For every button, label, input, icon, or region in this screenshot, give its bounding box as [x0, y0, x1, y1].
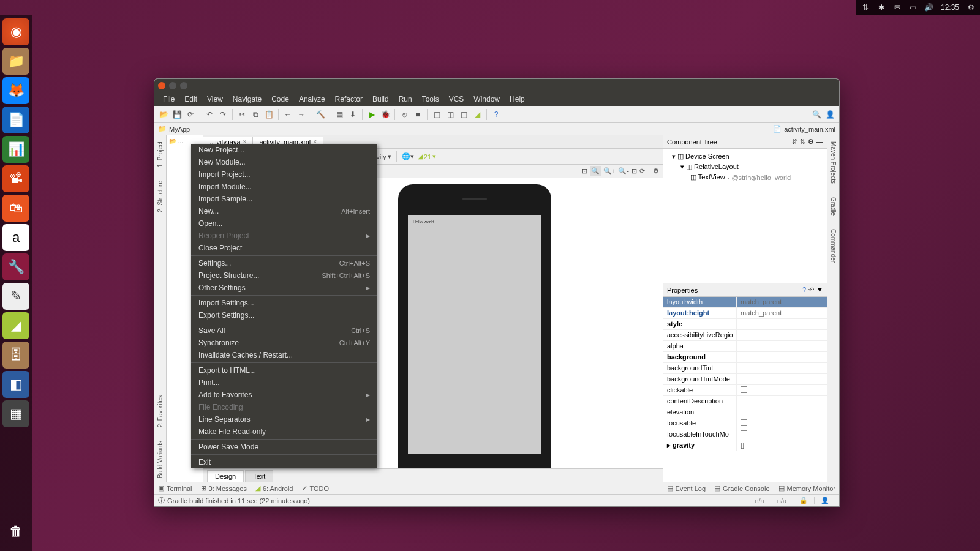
debug-icon[interactable]: 🐞: [380, 109, 391, 120]
property-row[interactable]: accessibilityLiveRegio: [663, 330, 827, 341]
launcher-firefox[interactable]: 🦊: [2, 77, 29, 104]
menu-help[interactable]: Help: [505, 95, 530, 103]
network-icon[interactable]: ⇅: [861, 3, 870, 12]
zoom-fit-icon[interactable]: 🔍: [590, 166, 601, 176]
help-icon[interactable]: ?: [491, 109, 502, 120]
expand-icon[interactable]: ⇵: [792, 138, 797, 146]
launcher-impress[interactable]: 📽: [2, 165, 29, 192]
menu-item[interactable]: Import Settings...: [191, 297, 377, 309]
menu-build[interactable]: Build: [368, 95, 394, 103]
mail-icon[interactable]: ✉: [893, 3, 902, 12]
menu-item[interactable]: Make File Read-only: [191, 425, 377, 438]
hide-icon[interactable]: —: [816, 138, 823, 146]
save-icon[interactable]: 💾: [172, 109, 183, 120]
menu-run[interactable]: Run: [394, 95, 417, 103]
status-inspector-icon[interactable]: 👤: [814, 497, 835, 504]
tree-item[interactable]: ▾ ◫ Device Screen: [666, 151, 824, 162]
property-row[interactable]: focusable: [663, 418, 827, 429]
tab-text[interactable]: Text: [245, 470, 273, 482]
property-row[interactable]: background: [663, 352, 827, 363]
redo-icon[interactable]: ↷: [217, 109, 228, 120]
menu-item[interactable]: New Module...: [191, 156, 377, 168]
menu-item[interactable]: Other Settings▸: [191, 282, 377, 294]
project-name[interactable]: MyApp: [169, 126, 190, 133]
menu-item[interactable]: New...Alt+Insert: [191, 205, 377, 217]
menu-item[interactable]: Import Sample...: [191, 193, 377, 205]
menu-window[interactable]: Window: [469, 95, 505, 103]
gear-icon[interactable]: ⚙: [967, 3, 975, 12]
menu-item[interactable]: Open...: [191, 217, 377, 230]
menu-code[interactable]: Code: [266, 95, 294, 103]
settings-icon[interactable]: ⚙: [653, 167, 659, 175]
menu-item[interactable]: Power Save Mode: [191, 441, 377, 453]
launcher-notes[interactable]: ✎: [2, 283, 29, 310]
device-screen[interactable]: Hello world: [408, 215, 541, 454]
launcher-amazon[interactable]: a: [2, 224, 29, 251]
menu-item[interactable]: Add to Favorites▸: [191, 389, 377, 401]
filter-icon[interactable]: ▼: [816, 286, 823, 294]
launcher-vbox[interactable]: ◧: [2, 371, 29, 398]
property-row[interactable]: layout:widthmatch_parent: [663, 297, 827, 308]
window-close-button[interactable]: [158, 82, 165, 89]
checkbox[interactable]: [741, 430, 747, 437]
zoom-in-icon[interactable]: 🔍+: [603, 167, 616, 175]
tool2-icon[interactable]: ◫: [445, 109, 456, 120]
api-selector[interactable]: ◢21▾: [418, 152, 436, 160]
menu-navigate[interactable]: Navigate: [228, 95, 266, 103]
refresh-icon[interactable]: ⟳: [639, 167, 645, 175]
zoom-icon[interactable]: ⊡: [582, 167, 587, 175]
launcher-files[interactable]: 📁: [2, 48, 29, 75]
menu-item[interactable]: Project Structure...Shift+Ctrl+Alt+S: [191, 269, 377, 282]
tool3-icon[interactable]: ◫: [458, 109, 469, 120]
tab-terminal[interactable]: ▣ Terminal: [158, 484, 192, 492]
property-row[interactable]: ▸ gravity[]: [663, 440, 827, 451]
gear-icon[interactable]: ⚙: [808, 138, 814, 146]
menu-item[interactable]: Export to HTML...: [191, 364, 377, 377]
back-icon[interactable]: ←: [282, 109, 293, 120]
menu-vcs[interactable]: VCS: [444, 95, 469, 103]
tab-design[interactable]: Design: [207, 470, 244, 482]
menu-item[interactable]: Line Separators▸: [191, 413, 377, 425]
status-lock-icon[interactable]: 🔒: [793, 497, 814, 504]
menu-item[interactable]: Import Module...: [191, 181, 377, 193]
menu-item[interactable]: Settings...Ctrl+Alt+S: [191, 257, 377, 269]
tool1-icon[interactable]: ◫: [431, 109, 442, 120]
breadcrumb-file[interactable]: activity_main.xml: [784, 126, 835, 133]
locale-icon[interactable]: 🌐▾: [402, 152, 414, 160]
collapse-icon[interactable]: ⇅: [800, 138, 805, 146]
checkbox[interactable]: [741, 419, 747, 426]
menu-item[interactable]: New Project...: [191, 144, 377, 156]
open-icon[interactable]: 📂: [158, 109, 169, 120]
menu-item[interactable]: Print...: [191, 377, 377, 389]
launcher-trash[interactable]: 🗑: [2, 518, 29, 545]
menu-item[interactable]: SynchronizeCtrl+Alt+Y: [191, 337, 377, 349]
android-icon[interactable]: ◢: [472, 109, 483, 120]
forward-icon[interactable]: →: [296, 109, 307, 120]
tab-gradle[interactable]: Gradle: [829, 193, 838, 219]
menu-item[interactable]: Save AllCtrl+S: [191, 324, 377, 337]
launcher-workspace[interactable]: ▦: [2, 400, 29, 427]
tab-android[interactable]: ◢ 6: Android: [255, 484, 293, 492]
launcher-android-studio[interactable]: ◢: [2, 312, 29, 339]
search-icon[interactable]: 🔍: [811, 109, 822, 120]
bluetooth-icon[interactable]: ✱: [877, 3, 886, 12]
launcher-ubuntu[interactable]: ◉: [2, 18, 29, 45]
property-row[interactable]: backgroundTintMode: [663, 374, 827, 385]
tree-item[interactable]: ▾ ◫ RelativeLayout: [666, 162, 824, 172]
menu-item[interactable]: Import Project...: [191, 168, 377, 181]
menu-item[interactable]: Exit: [191, 456, 377, 468]
user-icon[interactable]: 👤: [824, 109, 835, 120]
make-icon[interactable]: 🔨: [315, 109, 326, 120]
menu-item[interactable]: Invalidate Caches / Restart...: [191, 349, 377, 361]
menu-edit[interactable]: Edit: [179, 95, 202, 103]
restore-icon[interactable]: ↶: [809, 286, 814, 294]
tree-item[interactable]: ◫ TextView - @string/hello_world: [666, 172, 824, 182]
tab-maven[interactable]: Maven Projects: [829, 138, 838, 187]
attach-icon[interactable]: ⎋: [399, 109, 410, 120]
tab-memory-monitor[interactable]: ▤ Memory Monitor: [778, 484, 835, 492]
property-row[interactable]: alpha: [663, 341, 827, 352]
menu-item[interactable]: Close Project: [191, 242, 377, 254]
volume-icon[interactable]: 🔊: [925, 3, 933, 12]
menu-refactor[interactable]: Refactor: [330, 95, 368, 103]
menu-view[interactable]: View: [202, 95, 228, 103]
